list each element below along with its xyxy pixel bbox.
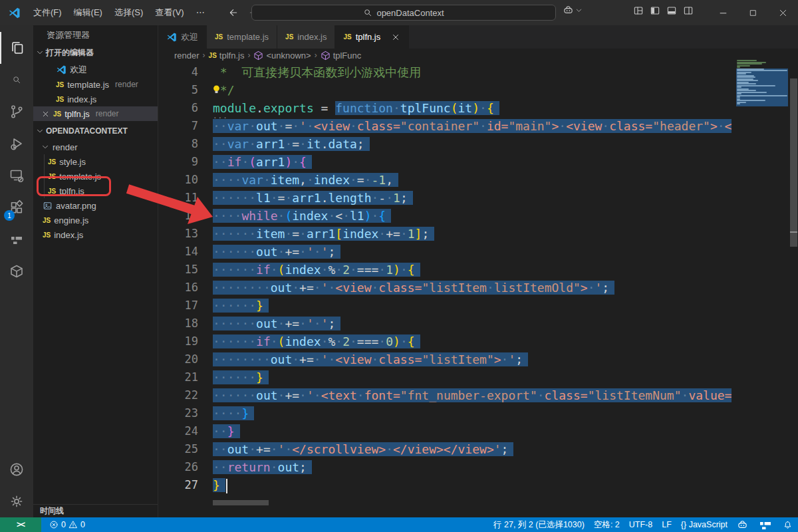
line-number[interactable]: 6 [158,99,198,117]
code-line-19[interactable]: 19······if·(index·%·2·===·0)·{ [158,332,735,350]
line-number[interactable]: 11 [158,189,198,207]
line-number[interactable]: 8 [158,135,198,153]
code-line-17[interactable]: 17······} [158,297,735,315]
breadcrumb[interactable]: render›JStplfn.js›<unknown>›tplFunc [158,49,798,62]
status-copilot[interactable] [737,519,748,531]
status-item-2[interactable]: UTF-8 [629,520,652,529]
line-number[interactable]: 21 [158,368,198,386]
code-line-22[interactable]: 22······out·+=·'·<text·font="fnt_number-… [158,386,735,404]
line-number[interactable]: 13 [158,225,198,243]
tree-item-engine.js[interactable]: JSengine.js [33,213,158,227]
code-line-6[interactable]: 6module.exports = function·tplFunc(it)·{… [158,99,735,117]
code-line-15[interactable]: 15······if·(index·%·2·===·1)·{ [158,261,735,279]
open-editor-index.js[interactable]: JSindex.js [33,92,158,106]
line-number[interactable]: 7 [158,117,198,135]
line-number[interactable]: 14 [158,243,198,261]
open-editor-template.js[interactable]: JStemplate.jsrender [33,77,158,92]
status-item-0[interactable]: 行 27, 列 2 (已选择1030) [493,519,585,531]
activity-explorer[interactable] [0,32,33,64]
activity-remote-explorer[interactable] [0,160,33,192]
code-line-12[interactable]: 12····while·(index·<·l1)·{ [158,207,735,225]
problems-status[interactable]: 0 0 [49,520,85,529]
close-window-button[interactable] [768,0,798,25]
lightbulb-icon[interactable] [211,84,221,94]
menu-item-4[interactable]: ⋯ [190,4,211,21]
close-tab-icon[interactable] [391,33,400,42]
open-editor-欢迎[interactable]: 欢迎 [33,63,158,77]
code-line-14[interactable]: 14······out·+=·'·'; [158,243,735,261]
activity-extensions[interactable]: 1 [0,192,33,223]
status-item-1[interactable]: 空格: 2 [594,519,620,531]
tree-item-render[interactable]: render [33,140,158,154]
code-line-13[interactable]: 13······item·=·arr1[index·+=·1]; [158,225,735,243]
line-number[interactable]: 10 [158,171,198,189]
code-line-25[interactable]: 25··out·+=·'·</scrollview>·</view></view… [158,440,735,458]
code-line-18[interactable]: 18······out·+=·'·'; [158,315,735,332]
breadcrumb-item[interactable]: tplFunc [321,51,362,61]
tab-欢迎[interactable]: 欢迎 [158,25,207,49]
tab-template.js[interactable]: JStemplate.js [207,25,277,49]
menu-item-2[interactable]: 选择(S) [108,4,149,21]
code-line-16[interactable]: 16········out·+=·'·<view·class="listItem… [158,279,735,297]
timeline-section[interactable]: 时间线 [33,504,158,517]
activity-package-explorer[interactable] [0,255,33,287]
status-bell[interactable] [783,520,793,530]
line-number[interactable]: 23 [158,404,198,422]
tree-item-avatar.png[interactable]: avatar.png [33,198,158,213]
menu-item-1[interactable]: 编辑(E) [68,4,108,21]
menu-item-3[interactable]: 查看(V) [149,4,190,21]
code-line-26[interactable]: 26··return·out; [158,458,735,476]
line-number[interactable]: 27 [158,476,198,494]
line-number[interactable]: 15 [158,261,198,279]
tree-item-index.js[interactable]: JSindex.js [33,227,158,242]
command-center-search[interactable]: openDataContext [251,5,556,21]
code-line-8[interactable]: 8··var·arr1·=·it.data; [158,135,735,153]
line-number[interactable]: 25 [158,440,198,458]
activity-account[interactable] [0,454,33,485]
code-line-23[interactable]: 23····} [158,404,735,422]
remote-indicator[interactable]: >< [0,517,41,532]
maximize-button[interactable] [738,0,768,25]
line-number[interactable]: 18 [158,315,198,332]
copilot-menu[interactable] [563,5,583,16]
activity-settings[interactable] [0,485,33,517]
minimap[interactable] [735,60,789,514]
code-line-9[interactable]: 9··if·(arr1)·{ [158,153,735,171]
code-line-5[interactable]: 5 */ [158,81,735,99]
project-root-section[interactable]: OPENDATACONTEXT [33,124,158,138]
code-editor[interactable]: 4 * 可直接拷贝本函数到小游戏中使用5 */6module.exports =… [158,62,735,516]
line-number[interactable]: 24 [158,422,198,440]
back-icon[interactable] [228,7,239,18]
activity-source-control[interactable] [0,96,33,128]
tree-item-style.js[interactable]: JSstyle.js [33,154,158,169]
activity-search[interactable] [0,64,33,96]
status-item-3[interactable]: LF [662,520,672,529]
scrollbar-thumb[interactable] [790,78,797,247]
line-number[interactable]: 12 [158,207,198,225]
horizontal-scrollbar[interactable] [213,500,269,505]
line-number[interactable]: 5 [158,81,198,99]
status-item-4[interactable]: {} JavaScript [681,520,728,529]
code-line-20[interactable]: 20········out·+=·'·<view·class="listItem… [158,350,735,368]
line-number[interactable]: 26 [158,458,198,476]
open-editors-section[interactable]: 打开的编辑器 [33,45,158,60]
line-number[interactable]: 22 [158,386,198,404]
code-line-11[interactable]: 11······l1·=·arr1.length·-·1; [158,189,735,207]
code-line-4[interactable]: 4 * 可直接拷贝本函数到小游戏中使用 [158,63,735,81]
activity-run-and-debug[interactable] [0,128,33,160]
line-number[interactable]: 17 [158,297,198,315]
menu-item-0[interactable]: 文件(F) [27,4,68,21]
code-line-10[interactable]: 10····var·item,·index·=·-1, [158,171,735,189]
line-number[interactable]: 4 [158,63,198,81]
code-line-21[interactable]: 21······} [158,368,735,386]
close-icon[interactable] [41,110,50,118]
line-number[interactable]: 20 [158,350,198,368]
open-editor-tplfn.js[interactable]: JStplfn.jsrender [33,106,158,121]
code-line-24[interactable]: 24··} [158,422,735,440]
code-line-7[interactable]: 7··var·out·=·'·<view·class="container"·i… [158,117,735,135]
breadcrumb-item[interactable]: JStplfn.js [209,51,245,61]
status-flowchart[interactable] [757,517,773,532]
tab-tplfn.js[interactable]: JStplfn.js [335,25,409,49]
line-number[interactable]: 16 [158,279,198,297]
line-number[interactable]: 9 [158,153,198,171]
